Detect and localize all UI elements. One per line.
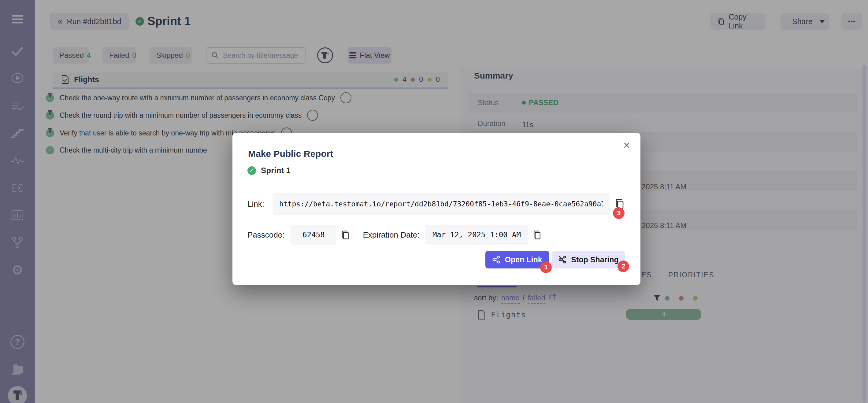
modal-run-name: Sprint 1 [261,166,290,175]
run-passed-check-icon: ✓ [247,166,256,175]
vertical-scrollbar[interactable] [863,65,866,403]
expiration-field[interactable]: Mar 12, 2025 1:00 AM [425,225,528,245]
link-field[interactable]: https://beta.testomat.io/report/dd2b81bd… [273,193,610,215]
step-badge-1: 1 [540,261,552,273]
share-off-icon [558,255,567,264]
close-icon[interactable]: × [623,139,630,152]
copy-icon [341,229,350,240]
step-badge-2: 2 [618,260,629,272]
link-row: Link: https://beta.testomat.io/report/dd… [247,193,627,215]
step-badge-3: 3 [613,207,624,219]
passcode-field[interactable]: 62458 [290,225,336,245]
open-link-label: Open Link [505,255,542,264]
stop-sharing-label: Stop Sharing [571,255,619,264]
passcode-label: Passcode: [247,230,284,240]
copy-icon [532,229,542,240]
make-public-report-modal: × Make Public Report ✓ Sprint 1 Link: ht… [232,133,641,285]
link-value: https://beta.testomat.io/report/dd2b81bd… [279,200,603,208]
copy-expiration-button[interactable] [532,229,542,240]
link-label: Link: [247,199,264,209]
modal-run-row: ✓ Sprint 1 [247,166,290,175]
share-icon [492,256,500,264]
modal-actions: Open Link Stop Sharing [232,251,641,269]
copy-passcode-button[interactable] [341,229,350,240]
app-root: ⚙ ? « Run #dd2b81bd ✓ Sprint 1 Copy Link… [0,0,868,403]
stop-sharing-button[interactable]: Stop Sharing [552,251,625,269]
expiration-label: Expiration Date: [363,230,419,240]
modal-title: Make Public Report [248,149,333,159]
open-link-button[interactable]: Open Link [485,251,549,269]
passcode-expiration-row: Passcode: 62458 Expiration Date: Mar 12,… [247,225,627,245]
